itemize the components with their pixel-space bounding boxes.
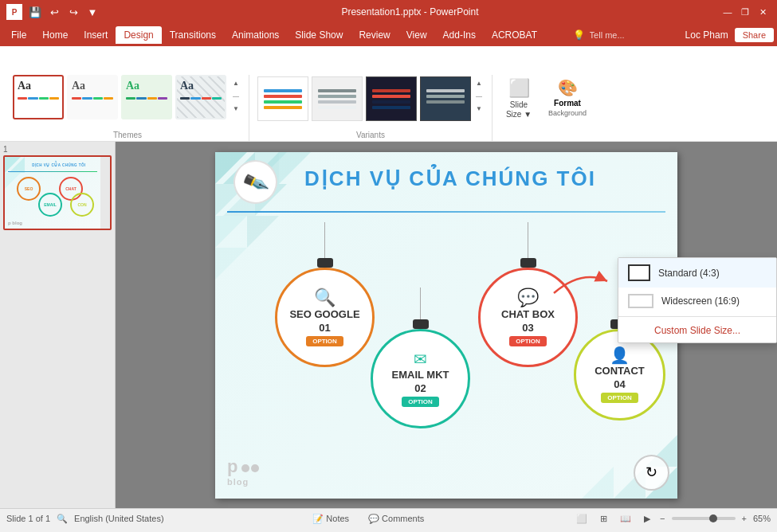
tell-me-input[interactable] <box>590 30 685 40</box>
comments-icon: 💬 <box>368 514 379 524</box>
share-button[interactable]: Share <box>735 28 774 42</box>
comments-label: Comments <box>382 514 424 523</box>
reading-view-button[interactable]: 📖 <box>617 512 634 526</box>
status-center: 📝 Notes 💬 Comments <box>177 512 561 526</box>
main-area: 1 DỊCH VỤ CỦA CHÚNG TÔI SEO EMAIL CHAT <box>0 142 777 508</box>
slide-info: Slide 1 of 1 <box>6 514 50 523</box>
widescreen-label: Widescreen (16:9) <box>661 295 740 307</box>
slide-divider-line <box>227 211 665 213</box>
watermark: p blog <box>227 456 259 487</box>
title-bar: P 💾 ↩ ↪ ▼ Presentation1.pptx - PowerPoin… <box>0 0 777 24</box>
menu-file[interactable]: File <box>3 26 34 44</box>
menu-design[interactable]: Design <box>116 26 161 44</box>
dropdown-divider <box>618 316 776 317</box>
themes-group: Aa Aa Aa <box>6 75 249 141</box>
slide-canvas[interactable]: ✒️ DỊCH VỤ CỦA CHÚNG TÔI 🔍 SEO GOOGLE 01… <box>215 152 677 499</box>
svg-marker-8 <box>215 216 247 248</box>
theme-button-4[interactable]: Aa <box>175 75 226 119</box>
redo-button[interactable]: ↪ <box>65 4 81 20</box>
menu-review[interactable]: Review <box>351 26 398 44</box>
zoom-thumb <box>709 514 717 522</box>
user-name: Loc Pham <box>685 29 728 41</box>
tell-me-area: 💡 <box>573 29 685 41</box>
slide-thumbnail-1[interactable]: DỊCH VỤ CỦA CHÚNG TÔI SEO EMAIL CHAT CON… <box>3 155 112 230</box>
status-right: ⬜ ⊞ 📖 ▶ − + 65% <box>573 512 771 526</box>
slide-size-button[interactable]: ⬜ SlideSize ▼ <box>499 75 539 123</box>
slide-title: DỊCH VỤ CỦA CHÚNG TÔI <box>287 166 614 191</box>
custom-slide-size-option[interactable]: Custom Slide Size... <box>618 319 776 342</box>
variant-button-4[interactable] <box>418 75 469 119</box>
widescreen-option[interactable]: Widescreen (16:9) <box>618 288 776 315</box>
menu-bar: File Home Insert Design Transitions Anim… <box>0 24 777 46</box>
format-label-2: Background <box>548 109 587 117</box>
save-button[interactable]: 💾 <box>27 4 43 20</box>
ribbon-tabs <box>0 46 777 72</box>
menu-home[interactable]: Home <box>34 26 76 44</box>
notes-button[interactable]: 📝 Notes <box>309 512 352 526</box>
menu-acrobat[interactable]: ACROBAT <box>484 26 545 44</box>
zoom-slider[interactable] <box>672 517 736 520</box>
restore-button[interactable]: ❐ <box>737 4 753 20</box>
zoom-level[interactable]: 65% <box>753 514 771 523</box>
accessibility-icon[interactable]: 🔍 <box>57 514 68 524</box>
variants-scroll-down[interactable]: ▼ <box>473 102 485 115</box>
menu-insert[interactable]: Insert <box>76 26 116 44</box>
standard-option[interactable]: Standard (4:3) <box>618 258 776 288</box>
variant-button-2[interactable] <box>310 75 361 119</box>
zoom-out-button[interactable]: − <box>660 514 665 523</box>
menu-transitions[interactable]: Transitions <box>162 26 224 44</box>
menu-slideshow[interactable]: Slide Show <box>287 26 351 44</box>
comments-button[interactable]: 💬 Comments <box>365 512 427 526</box>
menu-addins[interactable]: Add-Ins <box>435 26 484 44</box>
customize-quick-access-button[interactable]: ▼ <box>84 4 100 20</box>
slide-number-label: 1 <box>3 145 112 154</box>
svg-marker-17 <box>582 467 614 499</box>
window-title: Presentation1.pptx - PowerPoint <box>100 6 720 18</box>
canvas-area: ✒️ DỊCH VỤ CỦA CHÚNG TÔI 🔍 SEO GOOGLE 01… <box>116 142 777 508</box>
close-button[interactable]: ✕ <box>755 4 771 20</box>
slideshow-button[interactable]: ▶ <box>641 512 653 526</box>
slide-size-label: SlideSize ▼ <box>506 100 532 119</box>
slide-panel: 1 DỊCH VỤ CỦA CHÚNG TÔI SEO EMAIL CHAT <box>0 142 116 508</box>
scroll-mid[interactable]: — <box>230 89 242 102</box>
format-background-button[interactable]: 🎨 Format Background <box>542 75 593 120</box>
status-left: Slide 1 of 1 🔍 English (United States) <box>6 514 164 524</box>
menu-animations[interactable]: Animations <box>224 26 287 44</box>
variants-label: Variants <box>256 129 485 141</box>
variants-content: ▲ — ▼ <box>256 75 485 129</box>
ornament-chat: 💬 CHAT BOX 03 OPTION <box>478 222 578 367</box>
slide-sorter-button[interactable]: ⊞ <box>597 512 610 526</box>
theme-button-1[interactable]: Aa <box>13 75 64 119</box>
status-bar: Slide 1 of 1 🔍 English (United States) 📝… <box>0 508 777 528</box>
variants-scroll-mid[interactable]: — <box>473 89 485 102</box>
standard-label: Standard (4:3) <box>658 268 720 279</box>
ornament-seo: 🔍 SEO GOOGLE 01 OPTION <box>275 222 375 367</box>
zoom-in-button[interactable]: + <box>742 514 747 523</box>
slide-controls-content: ⬜ SlideSize ▼ 🎨 Format Background <box>499 75 593 141</box>
thumb-content: DỊCH VỤ CỦA CHÚNG TÔI SEO EMAIL CHAT CON… <box>5 157 100 229</box>
scroll-up[interactable]: ▲ <box>230 76 242 89</box>
variant-button-1[interactable] <box>256 75 307 119</box>
window-controls: — ❐ ✕ <box>720 4 771 20</box>
variants-scroll[interactable]: ▲ — ▼ <box>473 75 485 116</box>
normal-view-button[interactable]: ⬜ <box>573 512 591 526</box>
format-label-1: Format <box>554 99 581 108</box>
themes-scroll[interactable]: ▲ — ▼ <box>230 75 242 116</box>
menu-view[interactable]: View <box>398 26 435 44</box>
slide-controls-group: ⬜ SlideSize ▼ 🎨 Format Background <box>492 75 599 141</box>
ornament-email: ✉ EMAIL MKT 02 OPTION <box>371 288 470 428</box>
ribbon-content: Aa Aa Aa <box>0 72 777 142</box>
minimize-button[interactable]: — <box>720 4 736 20</box>
variants-scroll-up[interactable]: ▲ <box>473 76 485 89</box>
pen-decoration: ✒️ <box>227 158 283 206</box>
theme-button-2[interactable]: Aa <box>67 75 118 119</box>
themes-label: Themes <box>13 129 242 141</box>
variant-button-3[interactable] <box>364 75 415 119</box>
slide-size-dropdown: Standard (4:3) Widescreen (16:9) Custom … <box>618 257 777 343</box>
scroll-down[interactable]: ▼ <box>230 102 242 115</box>
quick-access-toolbar: 💾 ↩ ↪ ▼ <box>27 4 100 20</box>
undo-button[interactable]: ↩ <box>46 4 62 20</box>
rotate-icon[interactable]: ↻ <box>634 455 669 491</box>
user-area: Loc Pham Share <box>685 28 774 42</box>
theme-button-3[interactable]: Aa <box>121 75 172 119</box>
